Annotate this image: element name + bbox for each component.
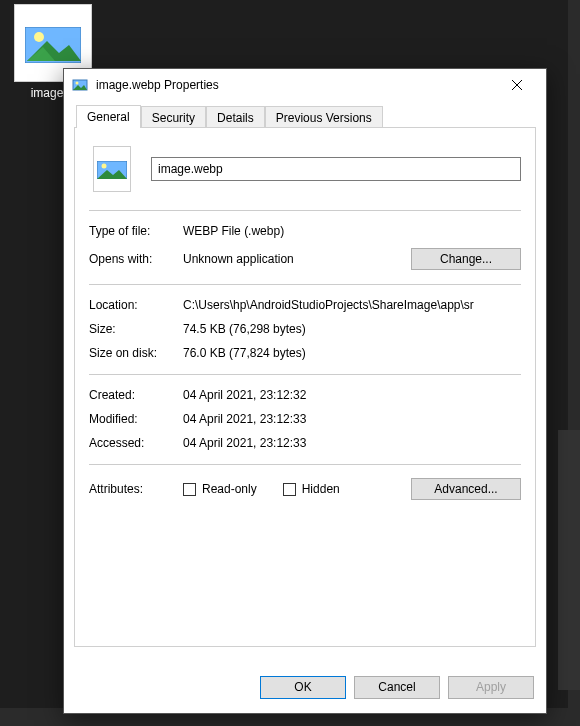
apply-button[interactable]: Apply [448,676,534,699]
titlebar[interactable]: image.webp Properties [64,69,546,100]
change-button[interactable]: Change... [411,248,521,270]
side-panel-inner [558,430,580,690]
opens-with-value: Unknown application [183,252,353,266]
tab-security[interactable]: Security [141,106,206,129]
modified-label: Modified: [89,412,183,426]
dialog-button-row: OK Cancel Apply [64,664,546,713]
opens-with-label: Opens with: [89,252,183,266]
size-label: Size: [89,322,183,336]
separator [89,464,521,465]
close-button[interactable] [494,70,540,100]
size-on-disk-value: 76.0 KB (77,824 bytes) [183,346,521,360]
size-on-disk-label: Size on disk: [89,346,183,360]
accessed-label: Accessed: [89,436,183,450]
created-label: Created: [89,388,183,402]
tab-previous-versions[interactable]: Previous Versions [265,106,383,129]
hidden-label: Hidden [302,482,340,496]
separator [89,374,521,375]
tab-strip: General Security Details Previous Versio… [76,104,536,127]
svg-point-1 [34,32,44,42]
readonly-checkbox[interactable] [183,483,196,496]
separator [89,284,521,285]
location-label: Location: [89,298,183,312]
cancel-button[interactable]: Cancel [354,676,440,699]
readonly-option[interactable]: Read-only [183,482,257,496]
accessed-value: 04 April 2021, 23:12:33 [183,436,521,450]
window-title: image.webp Properties [96,78,494,92]
hidden-checkbox[interactable] [283,483,296,496]
advanced-button[interactable]: Advanced... [411,478,521,500]
properties-dialog: image.webp Properties General Security D… [63,68,547,714]
hidden-option[interactable]: Hidden [283,482,340,496]
attributes-label: Attributes: [89,482,183,496]
tab-general[interactable]: General [76,105,141,128]
readonly-label: Read-only [202,482,257,496]
created-value: 04 April 2021, 23:12:32 [183,388,521,402]
type-label: Type of file: [89,224,183,238]
tab-panel-general: Type of file: WEBP File (.webp) Opens wi… [74,127,536,647]
type-value: WEBP File (.webp) [183,224,521,238]
modified-value: 04 April 2021, 23:12:33 [183,412,521,426]
svg-point-5 [76,81,79,84]
close-icon [512,80,522,90]
svg-point-8 [102,164,107,169]
filename-input[interactable] [151,157,521,181]
titlebar-icon [72,77,88,93]
picture-icon [97,161,127,179]
size-value: 74.5 KB (76,298 bytes) [183,322,521,336]
picture-icon [25,27,81,63]
location-value: C:\Users\hp\AndroidStudioProjects\ShareI… [183,298,521,312]
ok-button[interactable]: OK [260,676,346,699]
tab-details[interactable]: Details [206,106,265,129]
separator [89,210,521,211]
file-type-icon [93,146,131,192]
